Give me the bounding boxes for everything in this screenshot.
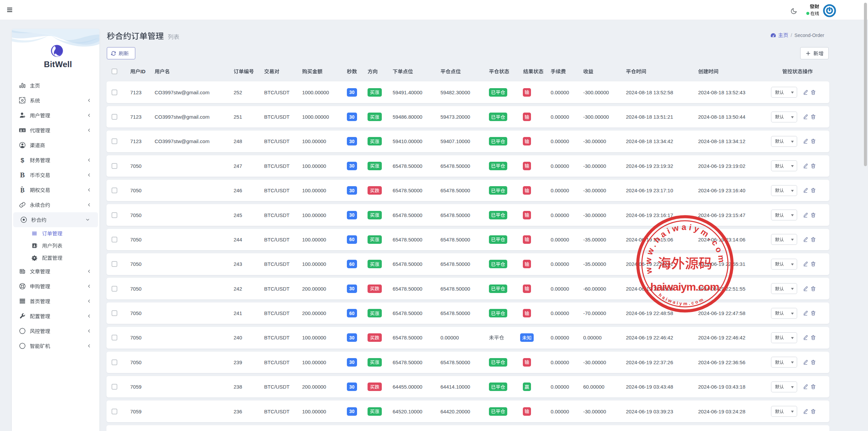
svg-text:haiwaiym.com: haiwaiym.com	[658, 292, 706, 306]
svg-text:www.haiwaiym.com: www.haiwaiym.com	[643, 222, 727, 275]
svg-text:haiwaiym.com: haiwaiym.com	[650, 281, 719, 293]
